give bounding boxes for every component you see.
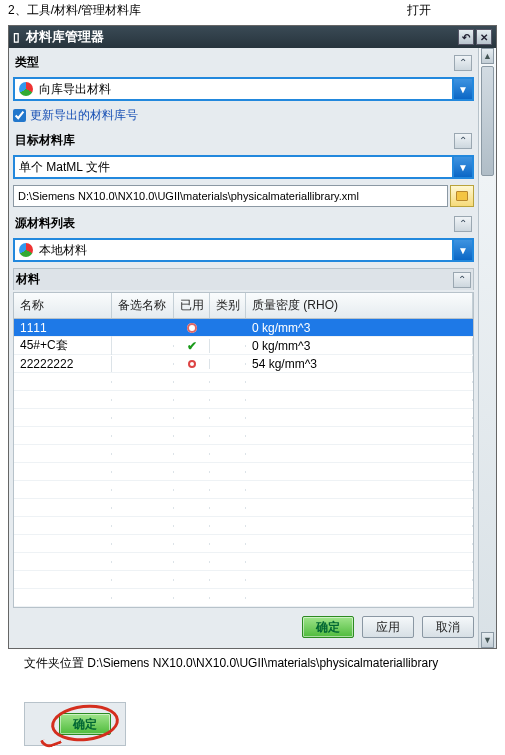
- target-path-input[interactable]: D:\Siemens NX10.0\NX10.0\UGII\materials\…: [13, 185, 448, 207]
- type-combo-button[interactable]: ▼: [452, 77, 474, 101]
- window-title: 材料库管理器: [26, 28, 456, 46]
- table-row-empty: [14, 481, 473, 499]
- table-row-empty: [14, 571, 473, 589]
- library-icon: [19, 82, 33, 96]
- table-row-empty: [14, 589, 473, 607]
- cell-used: [174, 322, 210, 334]
- target-section-label: 目标材料库: [15, 132, 454, 149]
- cell-alt: [112, 345, 174, 347]
- titlebar: ▯ 材料库管理器 ↶ ✕: [9, 26, 496, 48]
- cell-density: 54 kg/mm^3: [246, 356, 473, 372]
- target-section-header: 目标材料库 ⌃: [13, 130, 474, 151]
- source-section-label: 源材料列表: [15, 215, 454, 232]
- close-icon[interactable]: ✕: [476, 29, 492, 45]
- cell-density: 0 kg/mm^3: [246, 320, 473, 336]
- target-combo-field[interactable]: 单个 MatML 文件: [13, 155, 452, 179]
- table-row-empty: [14, 463, 473, 481]
- cell-cat: [210, 327, 246, 329]
- scroll-thumb[interactable]: [481, 66, 494, 176]
- type-section-header: 类型 ⌃: [13, 52, 474, 73]
- folder-icon: [456, 191, 468, 201]
- table-row-empty: [14, 427, 473, 445]
- table-row-empty: [14, 373, 473, 391]
- source-combo-field[interactable]: 本地材料: [13, 238, 452, 262]
- material-library-manager-window: ▯ 材料库管理器 ↶ ✕ ▲ ▼ 类型 ⌃ 向库导出材料 ▼ 更新导出的材料库号: [8, 25, 497, 649]
- cell-name: 1111: [14, 320, 112, 336]
- library-icon: [19, 243, 33, 257]
- used-ring-icon: [188, 360, 196, 368]
- type-collapse-button[interactable]: ⌃: [454, 55, 472, 71]
- cell-alt: [112, 363, 174, 365]
- dialog-button-row: 确定 应用 取消: [13, 608, 492, 644]
- material-table[interactable]: 名称 备选名称 已用 类别 质量密度 (RHO) 11110 kg/mm^345…: [13, 292, 474, 608]
- table-row-empty: [14, 553, 473, 571]
- type-combo-value: 向库导出材料: [39, 81, 111, 98]
- cell-used: ✔: [174, 339, 210, 353]
- undo-icon[interactable]: ↶: [458, 29, 474, 45]
- folder-location-note: 文件夹位置 D:\Siemens NX10.0\NX10.0\UGII\mate…: [24, 655, 497, 672]
- cell-name: 45#+C套: [14, 336, 112, 355]
- cell-used: [174, 359, 210, 369]
- menu-icon[interactable]: ▯: [13, 30, 20, 44]
- table-row[interactable]: 11110 kg/mm^3: [14, 319, 473, 337]
- apply-button[interactable]: 应用: [362, 616, 414, 638]
- target-combo-value: 单个 MatML 文件: [19, 159, 110, 176]
- col-name[interactable]: 名称: [14, 293, 112, 318]
- target-combo[interactable]: 单个 MatML 文件 ▼: [13, 155, 474, 179]
- type-combo[interactable]: 向库导出材料 ▼: [13, 77, 474, 101]
- cancel-button[interactable]: 取消: [422, 616, 474, 638]
- doc-heading: 2、工具/材料/管理材料库: [8, 2, 407, 19]
- vertical-scrollbar[interactable]: ▲ ▼: [478, 48, 496, 648]
- scroll-up-icon[interactable]: ▲: [481, 48, 494, 64]
- annotation-tail: [40, 734, 62, 750]
- scroll-down-icon[interactable]: ▼: [481, 632, 494, 648]
- update-library-id-label: 更新导出的材料库号: [30, 107, 138, 124]
- table-row-empty: [14, 517, 473, 535]
- target-path-value: D:\Siemens NX10.0\NX10.0\UGII\materials\…: [18, 190, 359, 202]
- source-section-header: 源材料列表 ⌃: [13, 213, 474, 234]
- source-combo[interactable]: 本地材料 ▼: [13, 238, 474, 262]
- col-alt[interactable]: 备选名称: [112, 293, 174, 318]
- table-row-empty: [14, 499, 473, 517]
- table-row-empty: [14, 445, 473, 463]
- ok-button-snippet-button[interactable]: 确定: [59, 713, 111, 735]
- cell-name: 22222222: [14, 356, 112, 372]
- browse-button[interactable]: [450, 185, 474, 207]
- ok-button-snippet: 确定: [24, 702, 497, 746]
- material-section-header: 材料 ⌃: [13, 268, 474, 290]
- used-check-icon: ✔: [187, 340, 197, 352]
- type-section-label: 类型: [15, 54, 454, 71]
- doc-open-label: 打开: [407, 2, 497, 19]
- ok-button[interactable]: 确定: [302, 616, 354, 638]
- source-combo-value: 本地材料: [39, 242, 87, 259]
- table-row[interactable]: 2222222254 kg/mm^3: [14, 355, 473, 373]
- cell-alt: [112, 327, 174, 329]
- update-library-id-checkbox[interactable]: [13, 109, 26, 122]
- source-collapse-button[interactable]: ⌃: [454, 216, 472, 232]
- source-combo-button[interactable]: ▼: [452, 238, 474, 262]
- table-row[interactable]: 45#+C套✔0 kg/mm^3: [14, 337, 473, 355]
- target-collapse-button[interactable]: ⌃: [454, 133, 472, 149]
- col-density[interactable]: 质量密度 (RHO): [246, 293, 473, 318]
- table-row-empty: [14, 535, 473, 553]
- used-dot-icon: [187, 323, 197, 333]
- material-table-header: 名称 备选名称 已用 类别 质量密度 (RHO): [14, 293, 473, 319]
- cell-cat: [210, 363, 246, 365]
- table-row-empty: [14, 409, 473, 427]
- material-section-label: 材料: [16, 271, 453, 288]
- table-row-empty: [14, 391, 473, 409]
- cell-density: 0 kg/mm^3: [246, 338, 473, 354]
- type-combo-field[interactable]: 向库导出材料: [13, 77, 452, 101]
- col-used[interactable]: 已用: [174, 293, 210, 318]
- cell-cat: [210, 345, 246, 347]
- target-combo-button[interactable]: ▼: [452, 155, 474, 179]
- col-cat[interactable]: 类别: [210, 293, 246, 318]
- material-collapse-button[interactable]: ⌃: [453, 272, 471, 288]
